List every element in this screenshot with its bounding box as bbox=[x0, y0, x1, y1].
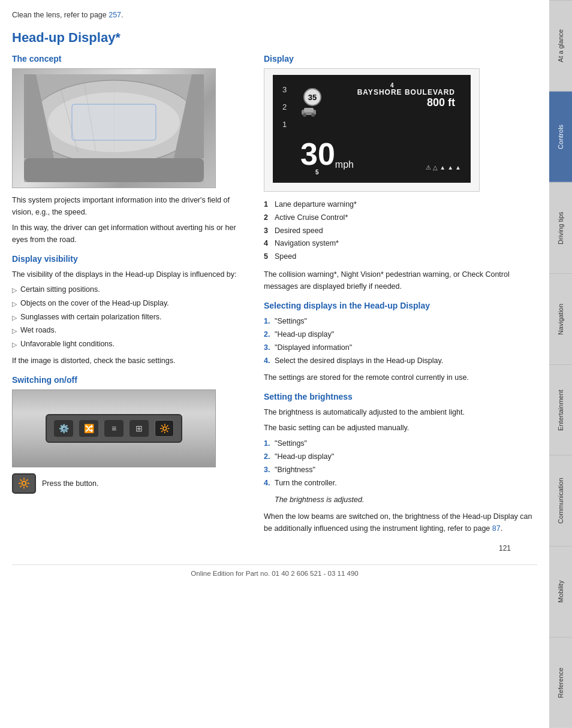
brightness-para2: The basic setting can be adjusted manual… bbox=[264, 422, 537, 434]
brightness-step-2: 2."Head-up display" bbox=[264, 451, 537, 463]
brightness-end-note: When the low beams are switched on, the … bbox=[264, 510, 537, 534]
display-item-2: 2 Active Cruise Control* bbox=[264, 212, 537, 223]
sidebar-tab-driving-tips[interactable]: Driving tips bbox=[549, 182, 572, 273]
section-title-switching: Switching on/off bbox=[12, 375, 246, 385]
bullet-item-2: ▷Objects on the cover of the Head-up Dis… bbox=[12, 298, 246, 309]
btn-icon-4: ⊞ bbox=[130, 420, 149, 437]
sidebar-tab-controls[interactable]: Controls bbox=[549, 91, 572, 182]
collision-note: The collision warning*, Night Vision* pe… bbox=[264, 268, 537, 292]
footer-text: Online Edition for Part no. 01 40 2 606 … bbox=[191, 570, 358, 577]
concept-para1: This system projects important informati… bbox=[12, 194, 246, 218]
sidebar-tab-navigation[interactable]: Navigation bbox=[549, 273, 572, 364]
bullet-item-3: ▷Sunglasses with certain polarization fi… bbox=[12, 312, 246, 323]
sidebar-tab-communication[interactable]: Communication bbox=[549, 455, 572, 546]
display-item-5: 5 Speed bbox=[264, 251, 537, 262]
hud-display-diagram: 4 3 2 1 35 bbox=[264, 68, 480, 192]
brightness-step-note: The brightness is adjusted. bbox=[264, 494, 537, 506]
selecting-step-4: 4.Select the desired displays in the Hea… bbox=[264, 355, 537, 367]
svg-rect-3 bbox=[24, 158, 204, 182]
svg-rect-11 bbox=[304, 108, 314, 112]
brightness-link[interactable]: 87 bbox=[492, 524, 501, 533]
section-title-concept: The concept bbox=[12, 54, 246, 64]
top-reference-line: Clean the lens, refer to page 257. bbox=[12, 11, 537, 19]
selecting-step-2: 2."Head-up display" bbox=[264, 328, 537, 340]
concept-para2: In this way, the driver can get informat… bbox=[12, 222, 246, 246]
page-title: Head-up Display* bbox=[12, 30, 537, 46]
btn-icon-1: ⚙️ bbox=[54, 420, 73, 437]
svg-rect-9 bbox=[72, 104, 156, 140]
btn-icon-2: 🔀 bbox=[79, 420, 98, 437]
hud-speed-limit: 35 bbox=[303, 88, 321, 106]
selecting-step-3: 3."Displayed information" bbox=[264, 342, 537, 354]
press-button-row: 🔆 Press the button. bbox=[12, 473, 246, 494]
hud-navigation: BAYSHORE BOULEVARD 800 ft bbox=[357, 88, 455, 109]
hud-speed-big: 30mph bbox=[300, 138, 354, 170]
display-visibility-note: If the image is distorted, check the bas… bbox=[12, 355, 246, 367]
section-title-selecting: Selecting displays in the Head-up Displa… bbox=[264, 301, 537, 310]
section-title-display-visibility: Display visibility bbox=[12, 254, 246, 264]
hud-icons-row: ⚠△▲▲▲ bbox=[426, 164, 461, 171]
brightness-step-3: 3."Brightness" bbox=[264, 464, 537, 476]
hud-label-5: 5 bbox=[315, 169, 319, 176]
press-btn-label: Press the button. bbox=[42, 479, 99, 488]
display-items-list: 1 Lane departure warning* 2 Active Cruis… bbox=[264, 199, 537, 262]
sidebar: At a glance Controls Driving tips Naviga… bbox=[549, 0, 572, 728]
svg-point-13 bbox=[311, 113, 315, 117]
btn-icon-3: ≡ bbox=[104, 420, 124, 437]
switch-image: ⚙️ 🔀 ≡ ⊞ 🔆 bbox=[12, 389, 216, 467]
selecting-step-1: 1."Settings" bbox=[264, 315, 537, 327]
hud-left-numbers: 3 2 1 bbox=[282, 85, 287, 129]
brightness-step-4: 4.Turn the controller. bbox=[264, 477, 537, 489]
page-number: 121 bbox=[12, 544, 511, 552]
concept-image bbox=[12, 68, 216, 188]
selecting-steps-list: 1."Settings" 2."Head-up display" 3."Disp… bbox=[264, 315, 537, 367]
selecting-note: The settings are stored for the remote c… bbox=[264, 371, 537, 383]
display-item-4: 4 Navigation system* bbox=[264, 238, 537, 249]
bullet-item-1: ▷Certain sitting positions. bbox=[12, 284, 246, 295]
display-visibility-intro: The visibility of the displays in the He… bbox=[12, 268, 246, 280]
brightness-steps-list: 1."Settings" 2."Head-up display" 3."Brig… bbox=[264, 437, 537, 489]
top-line-text: Clean the lens, refer to page bbox=[12, 11, 109, 19]
sidebar-tab-mobility[interactable]: Mobility bbox=[549, 546, 572, 637]
sidebar-tab-entertainment[interactable]: Entertainment bbox=[549, 364, 572, 455]
section-title-display: Display bbox=[264, 54, 537, 64]
brightness-step-1: 1."Settings" bbox=[264, 437, 537, 449]
btn-icon-5: 🔆 bbox=[155, 420, 174, 437]
hud-car-icon bbox=[299, 106, 318, 117]
display-item-1: 1 Lane departure warning* bbox=[264, 199, 537, 210]
button-strip: ⚙️ 🔀 ≡ ⊞ 🔆 bbox=[46, 414, 182, 443]
display-item-3: 3 Desired speed bbox=[264, 225, 537, 237]
footer: Online Edition for Part no. 01 40 2 606 … bbox=[12, 564, 537, 577]
press-icon: 🔆 bbox=[12, 473, 36, 494]
sidebar-tab-at-a-glance[interactable]: At a glance bbox=[549, 0, 572, 91]
brightness-para1: The brightness is automatically adjusted… bbox=[264, 406, 537, 418]
svg-point-12 bbox=[303, 113, 306, 117]
top-line-link[interactable]: 257 bbox=[109, 11, 121, 19]
bullet-item-5: ▷Unfavorable light conditions. bbox=[12, 339, 246, 350]
display-visibility-bullets: ▷Certain sitting positions. ▷Objects on … bbox=[12, 284, 246, 350]
section-title-brightness: Setting the brightness bbox=[264, 392, 537, 401]
sidebar-tab-reference[interactable]: Reference bbox=[549, 637, 572, 728]
bullet-item-4: ▷Wet roads. bbox=[12, 325, 246, 336]
